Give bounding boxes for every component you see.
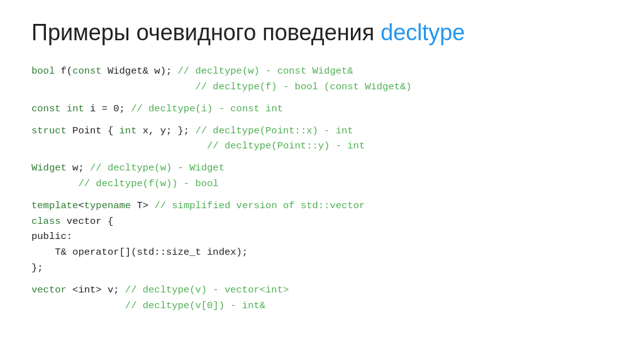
spacer-1 <box>31 95 613 101</box>
code-line-1: bool f(const Widget& w); // decltype(w) … <box>31 64 613 79</box>
code-line-8: template<typename T> // simplified versi… <box>31 198 613 214</box>
title-main-text: Примеры очевидного поведения <box>31 19 380 45</box>
code-line-3: const int i = 0; // decltype(i) - const … <box>31 101 613 117</box>
code-line-5: // decltype(Point::y) - int <box>31 138 613 154</box>
spacer-4 <box>31 192 613 198</box>
code-block: bool f(const Widget& w); // decltype(w) … <box>31 64 613 313</box>
code-line-12: }; <box>31 260 613 276</box>
spacer-2 <box>31 117 613 123</box>
code-line-9: class vector { <box>31 214 613 230</box>
code-line-11: T& operator[](std::size_t index); <box>31 245 613 260</box>
code-line-14: // decltype(v[0]) - int& <box>31 298 613 314</box>
code-line-10: public: <box>31 229 613 245</box>
code-line-6: Widget w; // decltype(w) - Widget <box>31 160 613 176</box>
code-line-13: vector <int> v; // decltype(v) - vector<… <box>31 282 613 298</box>
page-title: Примеры очевидного поведения decltype <box>31 19 613 46</box>
code-line-4: struct Point { int x, y; }; // decltype(… <box>31 123 613 139</box>
spacer-5 <box>31 276 613 282</box>
title-highlight-text: decltype <box>380 19 465 45</box>
code-line-7: // decltype(f(w)) - bool <box>31 176 613 192</box>
spacer-3 <box>31 154 613 160</box>
code-line-2: // decltype(f) - bool (const Widget&) <box>31 79 613 95</box>
